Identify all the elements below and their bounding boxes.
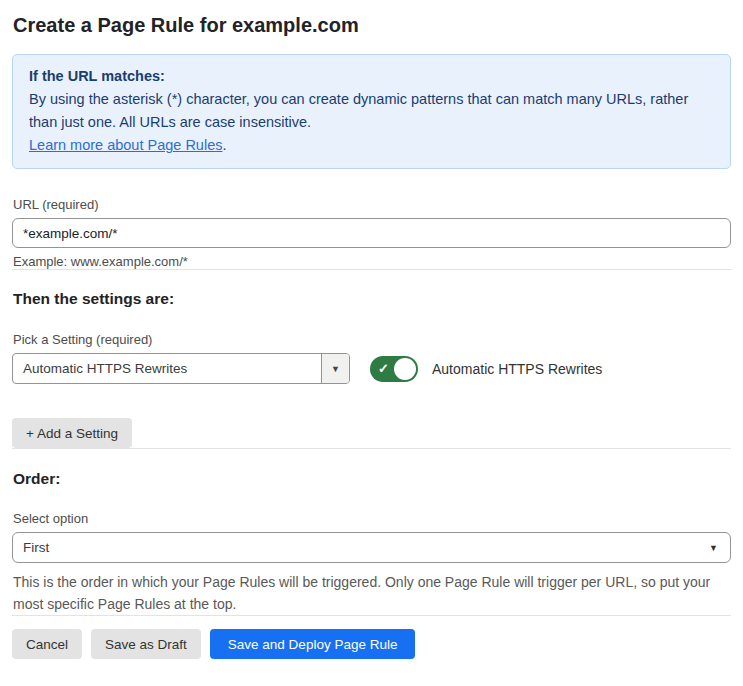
info-link-line: Learn more about Page Rules.: [29, 134, 714, 157]
chevron-down-icon: ▼: [709, 543, 718, 553]
setting-picker-label: Pick a Setting (required): [13, 332, 731, 347]
cancel-button[interactable]: Cancel: [12, 629, 82, 659]
setting-row: Automatic HTTPS Rewrites ▼ ✓ Automatic H…: [12, 353, 731, 384]
order-helper-text: This is the order in which your Page Rul…: [13, 571, 713, 615]
url-field-label: URL (required): [13, 197, 731, 212]
setting-select-value: Automatic HTTPS Rewrites: [13, 354, 321, 383]
info-link-suffix: .: [222, 137, 226, 153]
setting-select-arrow-button[interactable]: ▼: [321, 354, 349, 383]
divider: [12, 448, 731, 449]
add-setting-button[interactable]: + Add a Setting: [12, 418, 132, 448]
save-and-deploy-button[interactable]: Save and Deploy Page Rule: [210, 629, 416, 659]
url-match-info-callout: If the URL matches: By using the asteris…: [12, 54, 731, 169]
url-input[interactable]: [12, 218, 731, 248]
page-title: Create a Page Rule for example.com: [13, 14, 731, 37]
order-select-label: Select option: [13, 511, 731, 526]
save-as-draft-button[interactable]: Save as Draft: [91, 629, 201, 659]
order-heading: Order:: [13, 470, 731, 488]
learn-more-link[interactable]: Learn more about Page Rules: [29, 137, 222, 153]
info-body: By using the asterisk (*) character, you…: [29, 88, 714, 134]
footer-actions: Cancel Save as Draft Save and Deploy Pag…: [12, 629, 731, 659]
setting-toggle-wrap: ✓ Automatic HTTPS Rewrites: [370, 356, 602, 382]
info-heading: If the URL matches:: [29, 65, 714, 88]
url-section: URL (required) Example: www.example.com/…: [12, 197, 731, 269]
divider: [12, 615, 731, 616]
order-select-value: First: [23, 540, 49, 555]
divider: [12, 269, 731, 270]
chevron-down-icon: ▼: [331, 364, 340, 374]
settings-heading: Then the settings are:: [13, 290, 731, 308]
create-page-rule-form: Create a Page Rule for example.com If th…: [0, 0, 743, 659]
toggle-knob: [394, 358, 416, 380]
check-icon: ✓: [378, 362, 389, 375]
order-select[interactable]: First ▼: [12, 532, 731, 563]
url-example-helper: Example: www.example.com/*: [13, 254, 731, 269]
https-rewrites-toggle[interactable]: ✓: [370, 356, 418, 382]
setting-select[interactable]: Automatic HTTPS Rewrites ▼: [12, 353, 350, 384]
toggle-label: Automatic HTTPS Rewrites: [432, 361, 602, 377]
